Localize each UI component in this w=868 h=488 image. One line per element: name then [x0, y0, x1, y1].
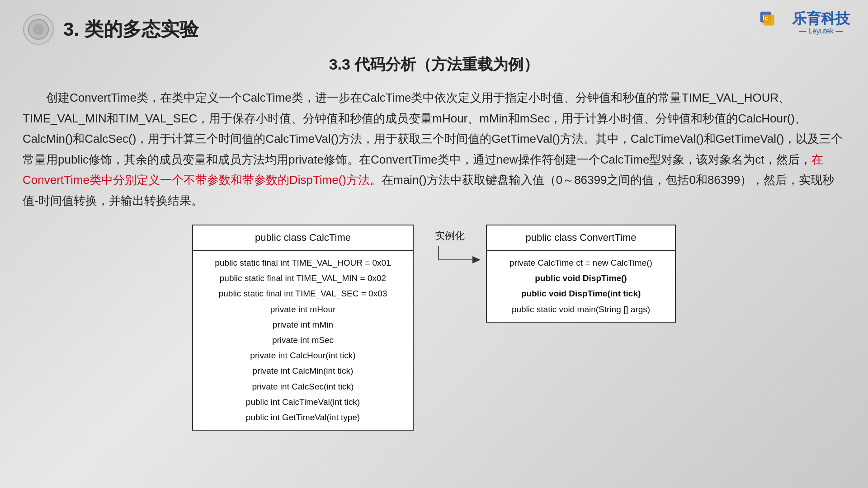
section-subtitle: 3.3 代码分析（方法重载为例） — [23, 54, 845, 75]
page-header: 3. 类的多态实验 — [23, 14, 845, 45]
body-paragraph-1: 创建ConvertTime类，在类中定义一个CalcTime类，进一步在Calc… — [23, 88, 845, 211]
instance-label: 实例化 — [435, 229, 465, 243]
section-icon — [23, 14, 54, 45]
calc-time-body: public static final int TIME_VAL_HOUR = … — [193, 251, 413, 430]
convert-time-row-1: private CalcTime ct = new CalcTime() — [496, 255, 666, 271]
diagram-area: public class CalcTime public static fina… — [23, 225, 845, 431]
calc-time-uml-box: public class CalcTime public static fina… — [192, 225, 414, 431]
calc-time-row-3: public static final int TIME_VAL_SEC = 0… — [202, 286, 404, 301]
calc-time-row-5: private int mMin — [202, 317, 404, 333]
convert-time-row-4: public static void main(String [] args) — [496, 302, 666, 317]
convert-time-uml-box: public class ConvertTime private CalcTim… — [486, 225, 676, 323]
content-wrapper: 3. 类的多态实验 3.3 代码分析（方法重载为例） 创建ConvertTime… — [0, 0, 868, 444]
convert-time-row-3: public void DispTime(int tick) — [496, 286, 666, 301]
convert-time-header-text: public class ConvertTime — [526, 232, 637, 243]
body-text-part1: 创建ConvertTime类，在类中定义一个CalcTime类，进一步在Calc… — [23, 91, 843, 166]
calc-time-row-11: public int GetTimeVal(int type) — [202, 410, 404, 425]
calc-time-row-2: public static final int TIME_VAL_MIN = 0… — [202, 271, 404, 286]
calc-time-row-8: private int CalcMin(int tick) — [202, 363, 404, 379]
page-title: 3. 类的多态实验 — [63, 17, 198, 42]
calc-time-row-6: private int mSec — [202, 333, 404, 348]
svg-marker-8 — [472, 256, 481, 263]
arrow-area: 实例化 — [414, 225, 486, 273]
calc-time-row-9: private int CalcSec(int tick) — [202, 379, 404, 394]
convert-time-header: public class ConvertTime — [487, 225, 675, 251]
calc-time-header: public class CalcTime — [193, 225, 413, 251]
convert-time-row-2: public void DispTime() — [496, 271, 666, 286]
calc-time-row-4: private int mHour — [202, 302, 404, 317]
calc-time-row-7: private int CalcHour(int tick) — [202, 348, 404, 363]
calc-time-row-10: public int CalcTimeVal(int tick) — [202, 394, 404, 410]
arrow-svg — [414, 246, 486, 273]
calc-time-header-text: public class CalcTime — [255, 232, 351, 243]
calc-time-row-1: public static final int TIME_VAL_HOUR = … — [202, 255, 404, 271]
convert-time-body: private CalcTime ct = new CalcTime() pub… — [487, 251, 675, 322]
svg-point-5 — [33, 24, 44, 35]
